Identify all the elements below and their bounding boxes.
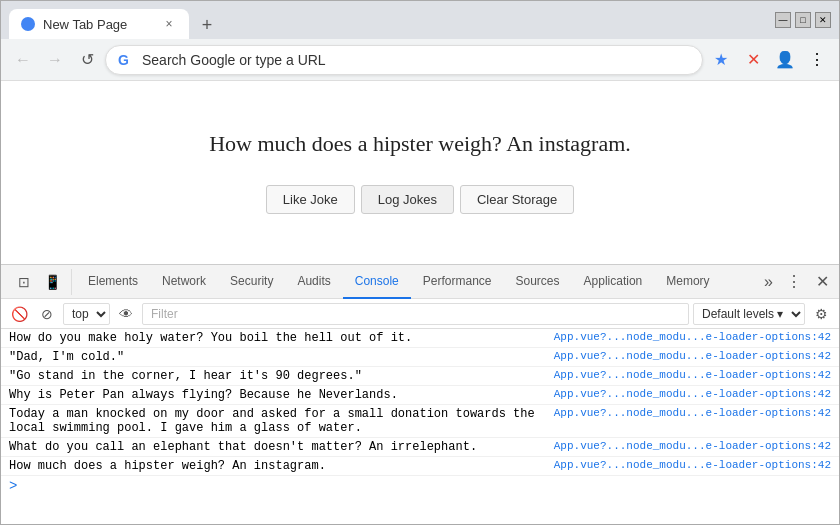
title-bar: New Tab Page × + — □ ✕: [1, 1, 839, 39]
console-log-message: What do you call an elephant that doesn'…: [9, 440, 554, 454]
console-filter-toggle[interactable]: ⊘: [35, 302, 59, 326]
maximize-button[interactable]: □: [795, 12, 811, 28]
profile-icon[interactable]: 👤: [771, 46, 799, 74]
console-toolbar: 🚫 ⊘ top 👁 Default levels ▾ ⚙: [1, 299, 839, 329]
tab-elements[interactable]: Elements: [76, 265, 150, 299]
close-button[interactable]: ✕: [815, 12, 831, 28]
action-buttons: Like Joke Log Jokes Clear Storage: [266, 185, 574, 214]
console-eye-button[interactable]: 👁: [114, 302, 138, 326]
devtools-tabs-bar: ⊡ 📱 Elements Network Security Audits Con…: [1, 265, 839, 299]
address-bar[interactable]: G: [105, 45, 703, 75]
devtools-left-icons: ⊡ 📱: [5, 269, 72, 295]
console-log-row: How much does a hipster weigh? An instag…: [1, 457, 839, 476]
console-log-message: How do you make holy water? You boil the…: [9, 331, 554, 345]
console-log-row: "Dad, I'm cold."App.vue?...node_modu...e…: [1, 348, 839, 367]
console-log-source[interactable]: App.vue?...node_modu...e-loader-options:…: [554, 440, 831, 452]
extension-icon[interactable]: ✕: [739, 46, 767, 74]
devtools-close-button[interactable]: ✕: [809, 269, 835, 295]
navigation-bar: ← → ↺ G ★ ✕ 👤 ⋮: [1, 39, 839, 81]
console-log-row: How do you make holy water? You boil the…: [1, 329, 839, 348]
browser-tab[interactable]: New Tab Page ×: [9, 9, 189, 39]
refresh-button[interactable]: ↺: [73, 46, 101, 74]
console-log-source[interactable]: App.vue?...node_modu...e-loader-options:…: [554, 331, 831, 343]
devtools-tab-list: Elements Network Security Audits Console…: [76, 265, 756, 299]
log-levels-select[interactable]: Default levels ▾: [693, 303, 805, 325]
console-log-message: Today a man knocked on my door and asked…: [9, 407, 554, 435]
device-toolbar-icon[interactable]: 📱: [39, 269, 65, 295]
inspect-element-icon[interactable]: ⊡: [11, 269, 37, 295]
address-input[interactable]: [142, 52, 690, 68]
like-joke-button[interactable]: Like Joke: [266, 185, 355, 214]
tab-application[interactable]: Application: [572, 265, 655, 299]
tab-security[interactable]: Security: [218, 265, 285, 299]
nav-icons-area: ★ ✕ 👤 ⋮: [707, 46, 831, 74]
console-log-row: Why is Peter Pan always flying? Because …: [1, 386, 839, 405]
console-prompt[interactable]: >: [1, 476, 839, 496]
console-log-source[interactable]: App.vue?...node_modu...e-loader-options:…: [554, 369, 831, 381]
console-log-row: What do you call an elephant that doesn'…: [1, 438, 839, 457]
tab-close-button[interactable]: ×: [161, 16, 177, 32]
console-settings-button[interactable]: ⚙: [809, 302, 833, 326]
more-tabs-button[interactable]: »: [756, 273, 781, 291]
menu-icon[interactable]: ⋮: [803, 46, 831, 74]
clear-console-button[interactable]: 🚫: [7, 302, 31, 326]
tab-favicon: [21, 17, 35, 31]
console-log-message: "Go stand in the corner, I hear it's 90 …: [9, 369, 554, 383]
tab-audits[interactable]: Audits: [285, 265, 342, 299]
console-log-source[interactable]: App.vue?...node_modu...e-loader-options:…: [554, 407, 831, 419]
console-log-message: "Dad, I'm cold.": [9, 350, 554, 364]
bookmark-icon[interactable]: ★: [707, 46, 735, 74]
console-log-source[interactable]: App.vue?...node_modu...e-loader-options:…: [554, 350, 831, 362]
console-log-source[interactable]: App.vue?...node_modu...e-loader-options:…: [554, 388, 831, 400]
tab-area: New Tab Page × +: [9, 1, 771, 39]
minimize-button[interactable]: —: [775, 12, 791, 28]
devtools-actions: ⋮ ✕: [781, 269, 835, 295]
window-controls: — □ ✕: [775, 12, 831, 28]
console-log-row: Today a man knocked on my door and asked…: [1, 405, 839, 438]
joke-display: How much does a hipster weigh? An instag…: [209, 131, 631, 157]
console-output: How do you make holy water? You boil the…: [1, 329, 839, 524]
back-button[interactable]: ←: [9, 46, 37, 74]
tab-network[interactable]: Network: [150, 265, 218, 299]
forward-button[interactable]: →: [41, 46, 69, 74]
devtools-menu-button[interactable]: ⋮: [781, 269, 807, 295]
devtools-panel: ⊡ 📱 Elements Network Security Audits Con…: [1, 264, 839, 524]
tab-title: New Tab Page: [43, 17, 153, 32]
console-filter-input[interactable]: [142, 303, 689, 325]
console-log-message: Why is Peter Pan always flying? Because …: [9, 388, 554, 402]
tab-performance[interactable]: Performance: [411, 265, 504, 299]
clear-storage-button[interactable]: Clear Storage: [460, 185, 574, 214]
new-tab-button[interactable]: +: [193, 11, 221, 39]
browser-window: New Tab Page × + — □ ✕ ← → ↺ G ★ ✕ 👤 ⋮: [0, 0, 840, 525]
browser-content: How much does a hipster weigh? An instag…: [1, 81, 839, 524]
page-area: How much does a hipster weigh? An instag…: [1, 81, 839, 264]
console-context-select[interactable]: top: [63, 303, 110, 325]
log-jokes-button[interactable]: Log Jokes: [361, 185, 454, 214]
tab-console[interactable]: Console: [343, 265, 411, 299]
console-log-source[interactable]: App.vue?...node_modu...e-loader-options:…: [554, 459, 831, 471]
console-log-row: "Go stand in the corner, I hear it's 90 …: [1, 367, 839, 386]
tab-memory[interactable]: Memory: [654, 265, 721, 299]
google-logo-icon: G: [118, 52, 134, 68]
console-log-message: How much does a hipster weigh? An instag…: [9, 459, 554, 473]
tab-sources[interactable]: Sources: [504, 265, 572, 299]
